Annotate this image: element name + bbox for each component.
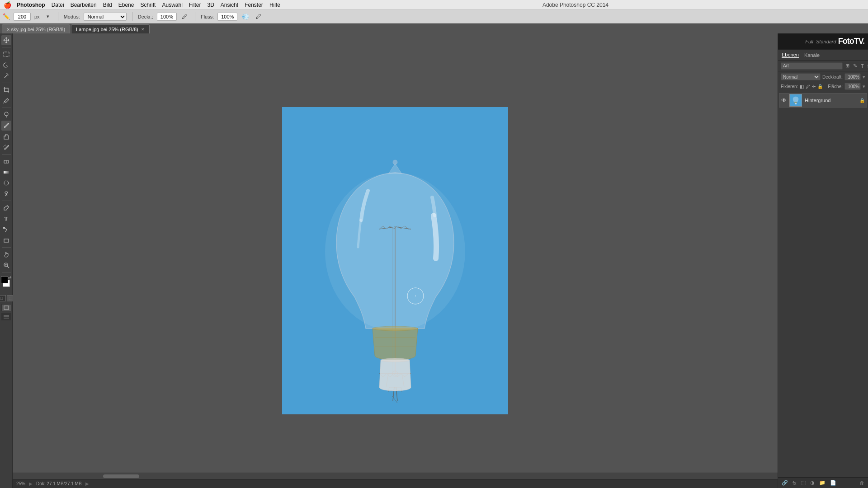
tool-spot-healing[interactable]	[1, 110, 11, 120]
menu-hilfe[interactable]: Hilfe	[269, 2, 280, 8]
status-arrow[interactable]: ▶	[85, 481, 89, 486]
layer-options: Normal Multiplizieren Bildschirm Überlag…	[778, 71, 868, 92]
tab-ebenen[interactable]: Ebenen	[782, 52, 799, 58]
menu-ansicht[interactable]: Ansicht	[221, 2, 238, 8]
tool-eyedropper[interactable]	[1, 96, 11, 106]
view-extras-icon[interactable]	[1, 313, 11, 320]
pressure-flow-icon[interactable]: 🖊	[254, 12, 263, 21]
tool-move[interactable]	[1, 35, 11, 45]
swap-colors-icon[interactable]: ⇄	[8, 275, 12, 280]
tab-lampe-close[interactable]: ✕	[141, 27, 145, 32]
lock-pixels-icon[interactable]: 🖊	[806, 84, 810, 89]
screen-mode-icon[interactable]	[1, 304, 11, 311]
deckkraft-pressure-icon[interactable]: 🖊	[180, 12, 189, 21]
tool-marquee[interactable]	[1, 49, 11, 59]
panel-tabs: Ebenen Kanäle	[778, 50, 868, 61]
tool-shape[interactable]	[1, 235, 11, 245]
canvas-wrapper	[282, 107, 508, 414]
menu-bearbeiten[interactable]: Bearbeiten	[71, 2, 97, 8]
apple-menu[interactable]: 🍎	[4, 1, 11, 9]
layer-visibility-icon[interactable]: 👁	[781, 97, 787, 103]
tool-path-select[interactable]	[1, 225, 11, 235]
tab-bar: × sky.jpg bei 25% (RGB/8) Lampe.jpg bei …	[0, 23, 868, 33]
deckkraft-input[interactable]	[157, 13, 177, 21]
fluss-input[interactable]	[217, 13, 237, 21]
layer-thumbnail	[789, 94, 802, 107]
panel-filter-icon[interactable]: ⊞	[844, 62, 850, 70]
svg-line-3	[7, 73, 8, 74]
deckkraft-arrow[interactable]: ▾	[863, 74, 865, 80]
tab-lampe[interactable]: Lampe.jpg bei 25% (RGB/8) ✕	[71, 24, 150, 33]
link-layers-icon[interactable]: 🔗	[780, 479, 790, 487]
brush-size-unit-icon: px	[34, 14, 40, 19]
layer-style-icon[interactable]: fx	[791, 479, 798, 487]
tool-magic-wand[interactable]	[1, 71, 11, 81]
tool-crop[interactable]	[1, 85, 11, 95]
tool-clone[interactable]	[1, 131, 11, 141]
tool-dodge[interactable]	[1, 189, 11, 199]
svg-point-8	[4, 127, 5, 128]
delete-layer-icon[interactable]: 🗑	[858, 479, 866, 487]
logo-subtitle: Full_Standard	[805, 39, 836, 44]
status-icon: ▶	[29, 481, 33, 486]
tool-brush[interactable]	[1, 121, 11, 131]
layer-blend-select[interactable]: Normal Multiplizieren Bildschirm Überlag…	[781, 73, 821, 80]
panel-toolbar: ⊞ ✎ T fx ◑ ⬚	[778, 61, 868, 71]
tab-sky[interactable]: × sky.jpg bei 25% (RGB/8)	[2, 24, 70, 33]
deckkraft-value-input[interactable]	[844, 73, 861, 80]
blend-mode-select[interactable]: Normal Auflösen Abdunkeln Multiplizieren…	[84, 13, 127, 21]
panel-text-icon[interactable]: T	[860, 62, 865, 70]
fixieren-label: Fixieren:	[781, 84, 798, 89]
app-name[interactable]: Photoshop	[17, 2, 45, 8]
add-adjustment-icon[interactable]: ◑	[808, 479, 816, 487]
tool-lasso[interactable]	[1, 60, 11, 70]
menu-schrift[interactable]: Schrift	[140, 2, 156, 8]
logo-text: FotoTV.	[838, 37, 864, 46]
foreground-color-swatch[interactable]	[1, 276, 8, 283]
tool-history-brush[interactable]	[1, 142, 11, 152]
menu-fenster[interactable]: Fenster	[245, 2, 263, 8]
lock-all-icon[interactable]: 🔒	[817, 84, 823, 89]
tool-zoom[interactable]	[1, 260, 11, 270]
tool-gradient[interactable]	[1, 167, 11, 177]
new-layer-icon[interactable]: 📄	[828, 479, 838, 487]
svg-rect-15	[3, 227, 5, 229]
menu-auswahl[interactable]: Auswahl	[162, 2, 182, 8]
tool-pen[interactable]	[1, 203, 11, 213]
tool-blur[interactable]	[1, 178, 11, 188]
menu-bild[interactable]: Bild	[103, 2, 112, 8]
lock-position-icon[interactable]: ✛	[812, 84, 816, 89]
menu-filter[interactable]: Filter	[189, 2, 201, 8]
modus-label: Modus:	[64, 14, 80, 19]
layer-search-input[interactable]	[781, 62, 843, 70]
menu-ebene[interactable]: Ebene	[118, 2, 134, 8]
lock-transparent-icon[interactable]: ◧	[800, 84, 804, 89]
svg-rect-46	[795, 103, 797, 104]
tool-separator-7	[2, 272, 11, 272]
tool-eraser[interactable]	[1, 156, 11, 166]
svg-point-38	[373, 326, 418, 331]
layer-item-hintergrund[interactable]: 👁 Hintergrund 🔒	[779, 93, 867, 108]
tool-hand[interactable]	[1, 249, 11, 259]
tool-text[interactable]: T	[1, 214, 11, 224]
tab-kanaele[interactable]: Kanäle	[804, 52, 820, 58]
airbrush-icon[interactable]: 💨	[241, 12, 250, 21]
horizontal-scrollbar[interactable]	[13, 473, 778, 479]
menu-3d[interactable]: 3D	[207, 2, 214, 8]
flaeche-arrow[interactable]: ▾	[863, 84, 865, 89]
standard-mode-icon[interactable]: □	[0, 295, 6, 301]
fototv-logo: Full_Standard FotoTV.	[778, 33, 868, 50]
brush-presets-button[interactable]: ▾	[43, 12, 52, 21]
scroll-thumb-horizontal[interactable]	[103, 474, 139, 478]
svg-point-12	[4, 181, 9, 185]
flaeche-value-input[interactable]	[844, 83, 861, 90]
add-group-icon[interactable]: 📁	[817, 479, 827, 487]
add-mask-icon[interactable]: ⬚	[799, 479, 807, 487]
brush-size-input[interactable]: 200	[14, 13, 31, 21]
deckkraft-label: Deckr.:	[138, 14, 153, 19]
zoom-level: 25%	[16, 481, 25, 486]
svg-rect-0	[4, 52, 9, 56]
panel-edit-icon[interactable]: ✎	[852, 62, 858, 70]
menu-datei[interactable]: Datei	[52, 2, 64, 8]
document-canvas[interactable]	[282, 107, 508, 414]
